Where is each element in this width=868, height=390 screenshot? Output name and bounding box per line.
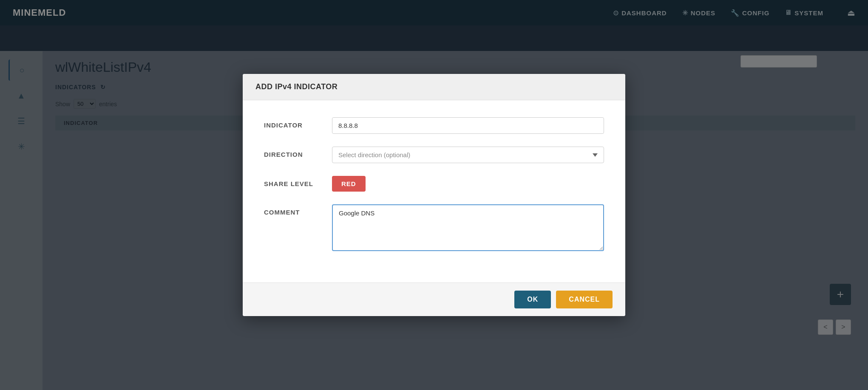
share-level-row: SHARE LEVEL RED (264, 176, 604, 192)
cancel-button[interactable]: CANCEL (556, 291, 613, 308)
ok-button[interactable]: OK (514, 291, 551, 308)
indicator-input-wrap (332, 117, 604, 134)
add-indicator-modal: ADD IPv4 INDICATOR INDICATOR DIRECTION S… (243, 74, 625, 316)
modal-header: ADD IPv4 INDICATOR (243, 74, 625, 100)
direction-label: DIRECTION (264, 147, 332, 158)
direction-select-wrap: Select direction (optional) inbound outb… (332, 147, 604, 163)
comment-textarea-wrap: Google DNS (332, 204, 604, 253)
comment-label: COMMENT (264, 204, 332, 216)
indicator-row: INDICATOR (264, 117, 604, 134)
indicator-label: INDICATOR (264, 117, 332, 129)
comment-row: COMMENT Google DNS (264, 204, 604, 253)
comment-textarea[interactable]: Google DNS (332, 204, 604, 251)
modal-title: ADD IPv4 INDICATOR (255, 82, 338, 91)
modal-body: INDICATOR DIRECTION Select direction (op… (243, 100, 625, 283)
share-level-button[interactable]: RED (332, 176, 366, 192)
share-level-label: SHARE LEVEL (264, 176, 332, 187)
direction-row: DIRECTION Select direction (optional) in… (264, 147, 604, 163)
share-level-btn-wrap: RED (332, 176, 604, 192)
modal-footer: OK CANCEL (243, 283, 625, 316)
direction-select[interactable]: Select direction (optional) inbound outb… (332, 147, 604, 163)
indicator-input[interactable] (332, 117, 604, 134)
